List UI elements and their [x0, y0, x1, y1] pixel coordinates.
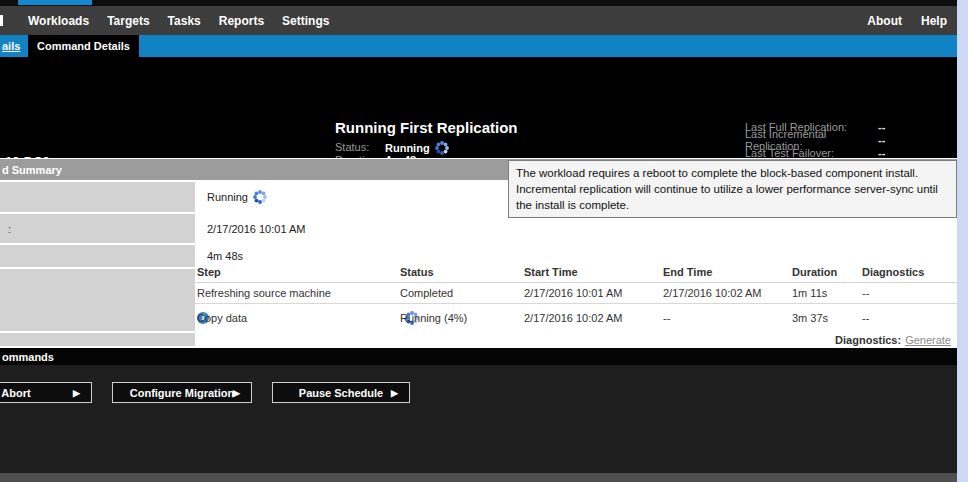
- diagnostics-generate-link[interactable]: Generate: [905, 334, 951, 346]
- steps-table: StepStatusStart TimeEnd TimeDurationDiag…: [195, 262, 957, 331]
- nav-item-targets[interactable]: Targets: [107, 14, 149, 28]
- tab-bar: ails Command Details: [0, 35, 957, 57]
- nav-item-settings[interactable]: Settings: [282, 14, 329, 28]
- abort-button[interactable]: Abort▶: [0, 382, 92, 403]
- column-header-end-time: End Time: [663, 266, 712, 278]
- header-field-value: Running: [385, 141, 449, 155]
- top-edge-blue-indicator: [18, 0, 92, 5]
- summary-row-label: [0, 182, 195, 212]
- column-header-status: Status: [400, 266, 434, 278]
- command-arrow-icon: ▶: [73, 388, 80, 398]
- summary-row-value: 2/17/2016 10:01 AM: [207, 214, 305, 243]
- tab-command-details-label: Command Details: [37, 40, 130, 52]
- commands-header: ommands: [0, 348, 957, 365]
- duration-cell: 3m 37s: [792, 312, 828, 324]
- start-time-cell: 2/17/2016 10:01 AM: [524, 287, 622, 299]
- info-row-last-incremental-replication-: Last Incremental Replication:--: [745, 133, 950, 146]
- replication-title: Running First Replication: [335, 119, 518, 136]
- diagnostics-label: Diagnostics:: [835, 334, 901, 346]
- commands-section: ommands Abort▶Configure Migration▶Pause …: [0, 348, 957, 473]
- end-time-cell: --: [663, 312, 670, 324]
- nav-item-cutoff-fragment: [0, 15, 3, 26]
- info-row-value: --: [878, 121, 885, 133]
- steps-table-row[interactable]: iCopy dataRunning (4%)2/17/2016 10:02 AM…: [195, 303, 957, 331]
- main-nav-items: WorkloadsTargetsTasksReportsSettings: [0, 14, 329, 28]
- command-arrow-icon: ▶: [391, 388, 398, 398]
- tab-command-details[interactable]: Command Details: [28, 35, 139, 57]
- summary-row-label: :: [0, 214, 195, 243]
- column-header-step: Step: [197, 266, 221, 278]
- nav-item-about[interactable]: About: [867, 14, 902, 28]
- spinner-icon: [253, 190, 267, 204]
- diagnostics-line: Diagnostics:Generate: [835, 334, 951, 346]
- step-name: Refreshing source machine: [197, 287, 331, 299]
- main-nav-right-items: AboutHelp: [867, 14, 957, 28]
- spinner-icon: [435, 141, 449, 155]
- main-navbar: WorkloadsTargetsTasksReportsSettings Abo…: [0, 6, 957, 35]
- status-text: Completed: [400, 287, 453, 299]
- summary-diagnostics-label-cell: [0, 333, 195, 346]
- reboot-required-tooltip: The workload requires a reboot to comple…: [508, 160, 957, 218]
- status-text: Running (4%): [400, 312, 467, 324]
- summary-row: :2/17/2016 10:01 AM: [0, 214, 957, 243]
- command-arrow-icon: ▶: [233, 388, 240, 398]
- step-name: Copy data: [197, 312, 247, 324]
- diagnostics-cell: --: [862, 312, 869, 324]
- command-summary-title-fragment: d Summary: [2, 164, 62, 176]
- pause-schedule-button[interactable]: Pause Schedule▶: [272, 382, 410, 403]
- bottom-status-strip: [0, 473, 957, 482]
- header-field-status-: Status:Running: [335, 141, 595, 154]
- tab-details-partial[interactable]: ails: [2, 40, 20, 52]
- command-button-label: Abort: [1, 387, 30, 399]
- column-header-start-time: Start Time: [524, 266, 578, 278]
- duration-cell: 1m 11s: [792, 287, 827, 299]
- nav-item-workloads[interactable]: Workloads: [28, 14, 89, 28]
- steps-table-header: StepStatusStart TimeEnd TimeDurationDiag…: [195, 262, 957, 282]
- column-header-diagnostics: Diagnostics: [862, 266, 924, 278]
- start-time-cell: 2/17/2016 10:02 AM: [524, 312, 622, 324]
- header-field-label: Status:: [335, 141, 369, 153]
- nav-item-reports[interactable]: Reports: [219, 14, 264, 28]
- summary-row-label: [0, 245, 195, 267]
- column-header-duration: Duration: [792, 266, 837, 278]
- nav-item-tasks[interactable]: Tasks: [168, 14, 201, 28]
- commands-title-fragment: ommands: [2, 351, 54, 363]
- info-row-value: --: [878, 134, 885, 146]
- command-button-label: Pause Schedule: [299, 387, 383, 399]
- replication-header: 12-DC2 Running First Replication Status:…: [0, 57, 957, 158]
- summary-row-value: Running: [207, 182, 267, 212]
- command-button-label: Configure Migration: [130, 387, 235, 399]
- app-window: WorkloadsTargetsTasksReportsSettings Abo…: [0, 0, 957, 482]
- steps-table-row[interactable]: Refreshing source machineCompleted2/17/2…: [195, 282, 957, 303]
- diagnostics-cell: --: [862, 287, 869, 299]
- status-cell: Running (4%): [400, 311, 419, 325]
- end-time-cell: 2/17/2016 10:02 AM: [663, 287, 761, 299]
- nav-item-help[interactable]: Help: [921, 14, 947, 28]
- summary-steps-label-cell: [0, 269, 195, 331]
- configure-migration-button[interactable]: Configure Migration▶: [112, 382, 252, 403]
